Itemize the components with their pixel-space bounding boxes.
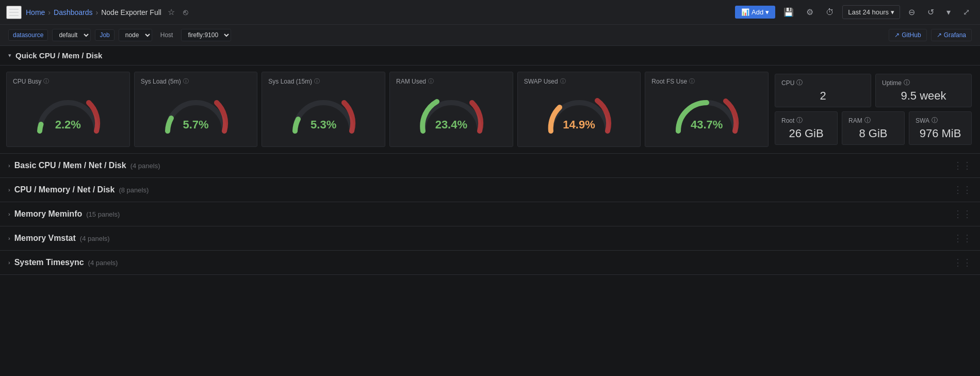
refresh-button[interactable]: ↺ — [923, 5, 938, 20]
host-select[interactable]: firefly:9100 — [181, 29, 231, 41]
settings-button[interactable]: ⚙ — [802, 5, 818, 20]
cpu-memory-title: CPU / Memory / Net / Disk — [14, 185, 115, 194]
root-size-info-icon[interactable]: ⓘ — [796, 116, 803, 125]
add-button[interactable]: 📊 Add ▾ — [735, 6, 775, 19]
memory-vmstat-drag-icon: ⋮⋮ — [953, 233, 972, 244]
quick-section-chevron-icon: ▾ — [8, 52, 11, 59]
breadcrumb: Home › Dashboards › Node Exporter Full — [26, 8, 161, 17]
root-fs-title: Root FS Use ⓘ — [651, 77, 762, 85]
filter-right: ↗ GitHub ↗ Grafana — [889, 29, 972, 41]
swap-used-info-icon[interactable]: ⓘ — [560, 77, 566, 85]
nav-right: 📊 Add ▾ 💾 ⚙ ⏱ Last 24 hours ▾ ⊖ ↺ ▾ ⤢ — [735, 5, 974, 20]
datasource-select[interactable]: default — [52, 29, 91, 41]
uptime-panel: Uptime ⓘ 9.5 week — [875, 74, 972, 107]
ram-size-value: 8 GiB — [848, 127, 898, 140]
cpu-busy-info-icon[interactable]: ⓘ — [43, 77, 49, 85]
breadcrumb-dashboards[interactable]: Dashboards — [54, 8, 93, 17]
filter-left: datasource default Job node Host firefly… — [8, 29, 231, 41]
zoom-out-button[interactable]: ⊖ — [904, 5, 919, 20]
system-timesync-drag-icon: ⋮⋮ — [953, 257, 972, 268]
ram-size-panel: RAM ⓘ 8 GiB — [842, 111, 905, 145]
root-size-title: Root ⓘ — [781, 116, 831, 125]
swap-used-panel: SWAP Used ⓘ 14.9% — [517, 72, 641, 147]
basic-cpu-count: (4 panels) — [130, 162, 160, 170]
gauges-row: CPU Busy ⓘ 2.2% Sys Load (5m) ⓘ — [0, 66, 980, 154]
share-button[interactable]: ⎋ — [181, 6, 190, 19]
memory-vmstat-chevron-icon: › — [8, 235, 10, 241]
swa-size-title: SWA ⓘ — [916, 116, 965, 125]
quick-section-header[interactable]: ▾ Quick CPU / Mem / Disk — [0, 46, 980, 66]
time-range-label: Last 24 hours — [848, 8, 889, 16]
ram-size-info-icon[interactable]: ⓘ — [864, 116, 871, 125]
ram-size-title: RAM ⓘ — [848, 116, 898, 125]
swap-used-value: 14.9% — [563, 118, 595, 132]
job-select[interactable]: node — [119, 29, 152, 41]
system-timesync-section[interactable]: › System Timesync (4 panels) ⋮⋮ — [0, 251, 980, 275]
sys-load-5m-panel: Sys Load (5m) ⓘ 5.7% — [134, 72, 258, 147]
root-fs-info-icon[interactable]: ⓘ — [689, 77, 695, 85]
quick-section-title: Quick CPU / Mem / Disk — [15, 51, 102, 60]
ram-used-value: 23.4% — [435, 118, 467, 132]
more-button[interactable]: ▾ — [942, 5, 955, 20]
basic-cpu-section[interactable]: › Basic CPU / Mem / Net / Disk (4 panels… — [0, 154, 980, 178]
sys-load-15m-info-icon[interactable]: ⓘ — [314, 77, 320, 85]
cpu-memory-section[interactable]: › CPU / Memory / Net / Disk (8 panels) ⋮… — [0, 178, 980, 202]
cpu-busy-panel: CPU Busy ⓘ 2.2% — [6, 72, 130, 147]
breadcrumb-home[interactable]: Home — [26, 8, 45, 17]
github-label: GitHub — [902, 31, 921, 39]
cpu-count-value: 2 — [781, 89, 864, 103]
top-nav: Home › Dashboards › Node Exporter Full ☆… — [0, 0, 980, 25]
memory-meminfo-section[interactable]: › Memory Meminfo (15 panels) ⋮⋮ — [0, 202, 980, 226]
sys-load-15m-panel: Sys Load (15m) ⓘ 5.3% — [262, 72, 385, 147]
root-size-value: 26 GiB — [781, 127, 831, 140]
uptime-value: 9.5 week — [882, 89, 965, 103]
grafana-button[interactable]: ↗ Grafana — [931, 29, 972, 41]
uptime-info-icon[interactable]: ⓘ — [904, 78, 910, 87]
host-label: Host — [156, 30, 177, 40]
time-range-chevron-icon: ▾ — [891, 8, 894, 16]
save-button[interactable]: 💾 — [779, 5, 798, 20]
cpu-memory-count: (8 panels) — [119, 186, 149, 194]
basic-cpu-chevron-icon: › — [8, 162, 10, 169]
ram-used-title: RAM Used ⓘ — [396, 77, 507, 85]
cpu-count-info-icon[interactable]: ⓘ — [796, 78, 803, 87]
memory-vmstat-title: Memory Vmstat — [14, 234, 76, 243]
right-mini-panels: CPU ⓘ 2 Uptime ⓘ 9.5 week Root — [773, 72, 974, 147]
mini-row-bottom: Root ⓘ 26 GiB RAM ⓘ 8 GiB SWA ⓘ — [773, 109, 974, 147]
system-timesync-chevron-icon: › — [8, 259, 10, 266]
github-icon: ↗ — [894, 31, 900, 39]
time-range-button[interactable]: Last 24 hours ▾ — [842, 5, 900, 19]
ram-used-gauge: 23.4% — [415, 87, 487, 134]
memory-meminfo-chevron-icon: › — [8, 211, 10, 217]
mini-row-top: CPU ⓘ 2 Uptime ⓘ 9.5 week — [773, 72, 974, 109]
add-icon: 📊 — [741, 8, 749, 16]
history-button[interactable]: ⏱ — [822, 5, 838, 20]
root-fs-panel: Root FS Use ⓘ 43.7% — [645, 72, 769, 147]
grafana-icon: ↗ — [937, 31, 942, 39]
ram-used-info-icon[interactable]: ⓘ — [428, 77, 434, 85]
swa-size-info-icon[interactable]: ⓘ — [932, 116, 938, 125]
filter-bar: datasource default Job node Host firefly… — [0, 25, 980, 46]
grafana-label: Grafana — [944, 31, 966, 39]
memory-vmstat-section[interactable]: › Memory Vmstat (4 panels) ⋮⋮ — [0, 226, 980, 251]
menu-button[interactable] — [6, 6, 22, 19]
breadcrumb-current: Node Exporter Full — [101, 8, 161, 17]
swap-used-title: SWAP Used ⓘ — [524, 77, 634, 85]
add-chevron-icon: ▾ — [765, 8, 769, 16]
swa-size-value: 976 MiB — [916, 127, 965, 140]
root-size-panel: Root ⓘ 26 GiB — [775, 111, 838, 145]
breadcrumb-sep-1: › — [48, 8, 51, 17]
cpu-memory-chevron-icon: › — [8, 187, 10, 193]
expand-button[interactable]: ⤢ — [959, 5, 974, 20]
github-button[interactable]: ↗ GitHub — [889, 29, 926, 41]
sys-load-15m-value: 5.3% — [311, 118, 336, 132]
job-label: Job — [95, 29, 114, 41]
system-timesync-title: System Timesync — [14, 258, 84, 267]
sys-load-15m-gauge: 5.3% — [287, 87, 360, 134]
star-button[interactable]: ☆ — [166, 5, 177, 19]
breadcrumb-sep-2: › — [96, 8, 99, 17]
add-label: Add — [752, 8, 763, 16]
content: ▾ Quick CPU / Mem / Disk CPU Busy ⓘ 2.2% — [0, 46, 980, 275]
cpu-busy-gauge: 2.2% — [32, 87, 104, 134]
sys-load-5m-info-icon[interactable]: ⓘ — [183, 77, 189, 85]
